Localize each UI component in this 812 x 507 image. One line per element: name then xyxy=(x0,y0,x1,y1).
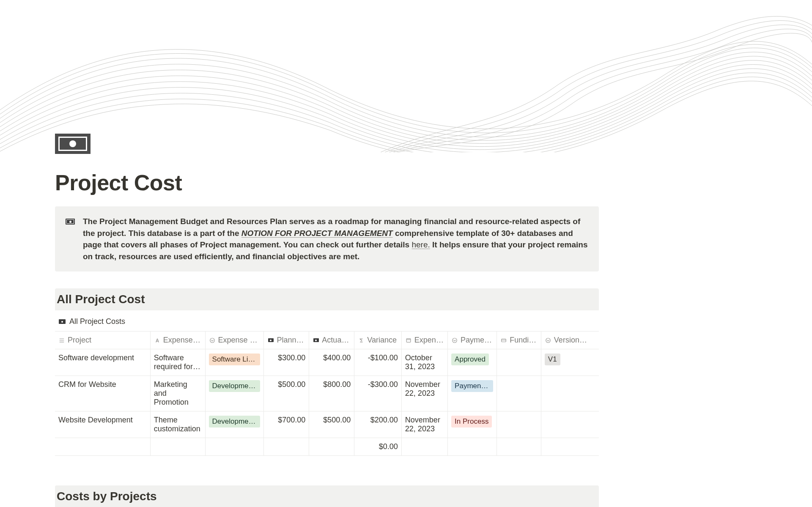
card-icon xyxy=(500,337,507,344)
select-icon xyxy=(209,337,216,344)
column-header-description[interactable]: Expense … xyxy=(150,332,205,349)
svg-rect-1 xyxy=(406,338,411,342)
cell-description: Marketing and Promotion xyxy=(150,376,205,411)
cell-version xyxy=(541,376,599,411)
column-header-payment[interactable]: Payme… xyxy=(448,332,497,349)
column-header-category[interactable]: Expense Ca… xyxy=(205,332,264,349)
table-row[interactable]: Software development Software required f… xyxy=(55,349,599,376)
svg-point-0 xyxy=(210,338,214,343)
column-header-actual[interactable]: Actual … xyxy=(309,332,354,349)
tag-payment: Approved xyxy=(451,354,489,365)
cell-project: CRM for Website xyxy=(55,376,150,411)
column-header-date[interactable]: Expens… xyxy=(401,332,447,349)
footer-variance-total: $0.00 xyxy=(354,438,402,456)
svg-rect-3 xyxy=(502,339,506,342)
cell-variance: -$300.00 xyxy=(354,376,402,411)
callout-text: The Project Management Budget and Resour… xyxy=(83,216,589,262)
view-tab-label: All Project Costs xyxy=(69,317,125,326)
link-here[interactable]: here. xyxy=(411,240,430,249)
column-label: Expense Ca… xyxy=(218,336,261,345)
cell-actual: $500.00 xyxy=(309,411,354,438)
page-title[interactable]: Project Cost xyxy=(55,170,599,195)
tag-category: Development… xyxy=(209,416,261,428)
column-label: Version… xyxy=(554,336,587,345)
select-icon xyxy=(451,337,458,344)
svg-point-4 xyxy=(546,338,551,343)
column-label: Project xyxy=(68,336,91,345)
column-label: Actual … xyxy=(322,336,351,345)
page-icon[interactable] xyxy=(55,134,91,154)
cell-category: Software Lic… xyxy=(205,349,264,376)
tag-category: Software Lic… xyxy=(209,354,261,365)
money-icon xyxy=(58,318,66,326)
cell-description: Theme customization xyxy=(150,411,205,438)
cell-category: Development… xyxy=(205,411,264,438)
cell-funding xyxy=(497,349,541,376)
callout-icon xyxy=(65,217,75,227)
section-heading-all-cost: All Project Cost xyxy=(55,288,599,310)
cell-payment: Approved xyxy=(448,349,497,376)
cell-date: October 31, 2023 xyxy=(401,349,447,376)
cell-version xyxy=(541,411,599,438)
calendar-icon xyxy=(405,337,412,344)
money-icon xyxy=(313,337,319,344)
tag-payment: Payment… xyxy=(451,380,493,392)
cell-category: Development… xyxy=(205,376,264,411)
column-label: Variance xyxy=(367,336,397,345)
column-label: Payme… xyxy=(461,336,492,345)
cell-planned: $300.00 xyxy=(264,349,309,376)
column-label: Expens… xyxy=(414,336,444,345)
cell-date: November 22, 2023 xyxy=(401,376,447,411)
cell-funding xyxy=(497,411,541,438)
cell-payment: Payment… xyxy=(448,376,497,411)
section-heading-by-projects: Costs by Projects xyxy=(55,485,599,507)
cell-planned: $700.00 xyxy=(264,411,309,438)
money-icon xyxy=(66,219,75,225)
cell-version: V1 xyxy=(541,349,599,376)
select-icon xyxy=(545,337,551,344)
svg-point-2 xyxy=(453,338,457,343)
cover-image xyxy=(0,0,812,152)
cell-funding xyxy=(497,376,541,411)
column-header-variance[interactable]: Variance xyxy=(354,332,402,349)
formula-icon xyxy=(358,337,365,344)
list-icon xyxy=(58,337,65,344)
cell-variance: $200.00 xyxy=(354,411,402,438)
cell-variance: -$100.00 xyxy=(354,349,402,376)
column-label: Fundin… xyxy=(510,336,538,345)
project-cost-table: Project Expense … Expense Ca… xyxy=(55,331,599,456)
column-header-funding[interactable]: Fundin… xyxy=(497,332,541,349)
tag-version: V1 xyxy=(545,354,560,365)
callout-box: The Project Management Budget and Resour… xyxy=(55,206,599,271)
tag-category: Development… xyxy=(209,380,261,392)
tag-payment: In Process xyxy=(451,416,492,428)
link-notion-pm[interactable]: NOTION FOR PROJECT MANAGEMENT xyxy=(241,229,393,238)
cell-payment: In Process xyxy=(448,411,497,438)
column-header-planned[interactable]: Planne… xyxy=(264,332,309,349)
cell-description: Software required for… xyxy=(150,349,205,376)
cell-planned: $500.00 xyxy=(264,376,309,411)
money-icon xyxy=(58,137,87,151)
cell-date: November 22, 2023 xyxy=(401,411,447,438)
money-icon xyxy=(267,337,274,344)
view-tab-all-costs[interactable]: All Project Costs xyxy=(55,310,599,331)
column-header-project[interactable]: Project xyxy=(55,332,150,349)
column-header-version[interactable]: Version… xyxy=(541,332,599,349)
cell-project: Software development xyxy=(55,349,150,376)
cell-actual: $400.00 xyxy=(309,349,354,376)
column-label: Expense … xyxy=(163,336,202,345)
text-icon xyxy=(154,337,161,344)
cell-actual: $800.00 xyxy=(309,376,354,411)
column-label: Planne… xyxy=(277,336,305,345)
table-row[interactable]: CRM for Website Marketing and Promotion … xyxy=(55,376,599,411)
table-row[interactable]: Website Development Theme customization … xyxy=(55,411,599,438)
table-footer-row: $0.00 xyxy=(55,438,599,456)
cell-project: Website Development xyxy=(55,411,150,438)
